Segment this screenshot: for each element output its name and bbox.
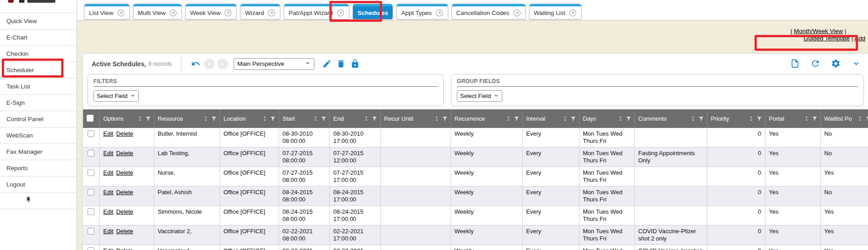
- tab-list-view[interactable]: List View: [84, 4, 130, 20]
- sort-icon[interactable]: [857, 116, 863, 122]
- edit-link[interactable]: Edit: [103, 130, 113, 137]
- funnel-filter-icon[interactable]: [570, 116, 576, 122]
- pencil-icon[interactable]: [322, 59, 332, 69]
- sort-icon[interactable]: [203, 116, 209, 122]
- external-link-icon[interactable]: [337, 9, 344, 17]
- tab-pat-appt-wizard[interactable]: Pat/Appt Wizard: [284, 4, 349, 20]
- funnel-filter-icon[interactable]: [756, 116, 762, 122]
- sidebar-item-fax-manager[interactable]: Fax Manager: [0, 144, 77, 160]
- tab-week-view[interactable]: Week View: [185, 4, 237, 20]
- page-prev-icon[interactable]: [204, 59, 215, 69]
- sort-icon[interactable]: [562, 116, 568, 122]
- sidebar-item-e-sign[interactable]: E-Sign: [0, 95, 77, 111]
- external-link-icon[interactable]: [224, 9, 232, 17]
- row-checkbox[interactable]: [88, 189, 94, 196]
- sidebar-item-logout[interactable]: Logout: [0, 176, 77, 193]
- sidebar-item-task-list[interactable]: Task List: [0, 78, 77, 95]
- guided-template-link[interactable]: Guided Template: [804, 35, 850, 42]
- column-header-start[interactable]: Start: [279, 109, 329, 128]
- external-link-icon[interactable]: [436, 9, 443, 17]
- month-week-view-link[interactable]: Month/Week View: [794, 28, 843, 34]
- undo-icon[interactable]: [191, 59, 201, 69]
- page-next-icon[interactable]: [217, 59, 228, 69]
- sort-icon[interactable]: [804, 116, 809, 122]
- funnel-filter-icon[interactable]: [812, 116, 818, 122]
- group-select-field[interactable]: Select Field: [457, 90, 502, 102]
- funnel-filter-icon[interactable]: [321, 116, 327, 122]
- sort-icon[interactable]: [313, 116, 319, 122]
- funnel-filter-icon[interactable]: [442, 116, 448, 122]
- column-header-portal[interactable]: Portal: [765, 109, 820, 128]
- refresh-icon[interactable]: [810, 59, 820, 69]
- sidebar-item-checkin[interactable]: Checkin: [0, 46, 77, 62]
- funnel-filter-icon[interactable]: [270, 116, 276, 122]
- tab-multi-view[interactable]: Multi View: [133, 4, 182, 20]
- funnel-filter-icon[interactable]: [514, 116, 520, 122]
- trash-icon[interactable]: [336, 59, 346, 69]
- delete-link[interactable]: Delete: [116, 150, 133, 157]
- pushpin-icon[interactable]: [25, 196, 32, 205]
- settings-gear-icon[interactable]: [831, 59, 841, 69]
- select-all-checkbox[interactable]: [87, 115, 93, 122]
- funnel-filter-icon[interactable]: [626, 116, 632, 122]
- sidebar-item-scheduler[interactable]: Scheduler: [0, 62, 77, 78]
- collapse-chevron-icon[interactable]: [851, 59, 861, 69]
- sort-icon[interactable]: [363, 116, 369, 122]
- sidebar-item-webscan[interactable]: WebScan: [0, 127, 77, 144]
- column-header-interval[interactable]: Interval: [522, 109, 579, 128]
- tab-appt-types[interactable]: Appt Types: [396, 4, 448, 20]
- funnel-filter-icon[interactable]: [145, 116, 151, 122]
- edit-link[interactable]: Edit: [103, 247, 113, 250]
- sidebar-item-control-panel[interactable]: Control Panel: [0, 111, 77, 127]
- sort-icon[interactable]: [137, 116, 143, 122]
- sidebar-item-e-chart[interactable]: E-Chart: [0, 29, 77, 46]
- tab-cancellation-codes[interactable]: Cancellation Codes: [451, 4, 526, 20]
- perspective-select[interactable]: Main Perspective: [234, 58, 314, 70]
- sidebar-item-quick-view[interactable]: Quick View: [0, 13, 77, 29]
- edit-link[interactable]: Edit: [103, 208, 113, 215]
- sort-icon[interactable]: [262, 116, 268, 122]
- column-header-resource[interactable]: Resource: [154, 109, 220, 128]
- external-link-icon[interactable]: [117, 9, 125, 17]
- edit-link[interactable]: Edit: [103, 169, 113, 176]
- new-document-icon[interactable]: [790, 59, 800, 69]
- row-checkbox[interactable]: [88, 208, 94, 215]
- external-link-icon[interactable]: [169, 9, 177, 17]
- column-header-comments[interactable]: Comments: [634, 109, 707, 128]
- column-header-location[interactable]: Location: [220, 109, 279, 128]
- column-header-end[interactable]: End: [329, 109, 380, 128]
- lock-icon[interactable]: [350, 59, 360, 69]
- row-checkbox[interactable]: [88, 169, 94, 176]
- edit-link[interactable]: Edit: [103, 150, 113, 157]
- external-link-icon[interactable]: [513, 9, 521, 17]
- add-link[interactable]: Add: [854, 35, 865, 42]
- delete-link[interactable]: Delete: [116, 247, 133, 250]
- delete-link[interactable]: Delete: [116, 208, 133, 215]
- row-checkbox[interactable]: [88, 228, 94, 235]
- sort-icon[interactable]: [690, 116, 696, 122]
- delete-link[interactable]: Delete: [116, 130, 133, 137]
- column-header-priority[interactable]: Priority: [707, 109, 765, 128]
- edit-link[interactable]: Edit: [103, 228, 113, 235]
- sidebar-item-reports[interactable]: Reports: [0, 160, 77, 176]
- tab-schedules[interactable]: Schedules: [353, 4, 393, 20]
- row-checkbox[interactable]: [88, 247, 94, 250]
- column-header-recur-until[interactable]: Recur Until: [380, 109, 451, 128]
- funnel-filter-icon[interactable]: [372, 116, 378, 122]
- external-link-icon[interactable]: [569, 9, 577, 17]
- edit-link[interactable]: Edit: [103, 189, 113, 196]
- sort-icon[interactable]: [618, 116, 623, 122]
- delete-link[interactable]: Delete: [116, 228, 133, 235]
- filters-select-field[interactable]: Select Field: [93, 90, 139, 102]
- column-header-recurrence[interactable]: Recurrence: [451, 109, 522, 128]
- sort-icon[interactable]: [434, 116, 440, 122]
- tab-waiting-list[interactable]: Waiting List: [529, 4, 582, 20]
- delete-link[interactable]: Delete: [116, 189, 133, 196]
- column-header-days[interactable]: Days: [579, 109, 634, 128]
- delete-link[interactable]: Delete: [116, 169, 133, 176]
- sort-icon[interactable]: [505, 116, 511, 122]
- row-checkbox[interactable]: [88, 150, 94, 157]
- funnel-filter-icon[interactable]: [698, 116, 704, 122]
- external-link-icon[interactable]: [268, 9, 275, 17]
- tab-wizard[interactable]: Wizard: [240, 4, 280, 20]
